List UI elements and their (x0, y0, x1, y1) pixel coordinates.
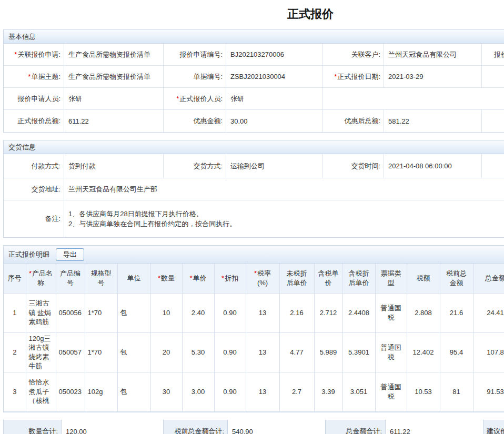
cell-quantity: 10 (150, 293, 182, 332)
form-row: 正式报价总额: 611.22 优惠金额: 30.00 优惠后总额: 581.22 (4, 110, 504, 132)
cell-tax-amount: 12.402 (407, 332, 440, 372)
export-button[interactable]: 导出 (56, 248, 84, 261)
section-detail-title: 正式报价明细 (8, 248, 49, 261)
field-value: 兰州天冠食品有限公司 (384, 44, 482, 65)
remark-line: 1、各供应商每月28日前提报下月执行价格。 (68, 209, 504, 219)
cell-unit-price: 3.00 (182, 372, 214, 411)
field-value: 30.00 (226, 110, 323, 132)
section-basic-info: 基本信息 *关联报价申请: 生产食品所需物资报价清单 报价申请编号: BJ202… (3, 29, 504, 133)
column-header-taxed-price: 含税单 价 (314, 264, 342, 293)
form-row: 交货地址: 兰州天冠食品有限公司生产部 (4, 178, 504, 200)
field-label: *正式报价日期: (323, 66, 384, 87)
field-label: 交货地址: (4, 178, 64, 200)
field-label: 关联客户: (323, 44, 384, 65)
field-label: 单据编号: (164, 66, 226, 87)
cell-taxed-discounted-price: 3.051 (342, 372, 375, 411)
field-label: *关联报价申请: (4, 44, 64, 65)
cell-unit: 包 (117, 372, 150, 411)
field-value: 生产食品所需物资报价清单 (64, 44, 164, 65)
field-label: 优惠金额: (164, 110, 226, 132)
field-label: 备注: (4, 200, 64, 237)
field-label (482, 110, 504, 132)
field-value: 张研 (226, 88, 323, 109)
cell-tax-rate: 13 (246, 293, 279, 332)
column-header-tax-amount: 税额 (407, 264, 440, 293)
cell-invoice-type: 普通国 税 (375, 372, 407, 411)
field-value (482, 154, 504, 178)
field-value: 运输到公司 (226, 154, 323, 178)
summary-value-grand-total: 611.22 (385, 420, 483, 434)
field-label: 优惠后总额: (323, 110, 384, 132)
cell-seq: 3 (4, 372, 26, 411)
field-value: 张研 (64, 88, 164, 109)
summary-label-pretax-total: 税前总金额合计: (164, 420, 227, 434)
section-delivery-info: 交货信息 付款方式: 货到付款 交货方式: 运输到公司 交货时间: 2021-0… (3, 140, 504, 238)
required-marker: * (221, 274, 224, 282)
page-content: 正式报价 基本信息 *关联报价申请: 生产食品所需物资报价清单 报价申请编号: … (0, 0, 504, 434)
column-header-unit: 单位 (117, 264, 150, 293)
cell-invoice-type: 普通国 税 (375, 293, 407, 332)
column-header-spec: 规格型 号 (85, 264, 117, 293)
field-label: 报价申请人员: (4, 88, 64, 109)
field-label: 正式报价总额: (4, 110, 64, 132)
detail-table-header-row: 序号 *产品名 称 产品编 号 规格型 号 单位 *数量 *单价 *折扣 *税率… (4, 264, 504, 293)
cell-discount: 0.90 (214, 332, 246, 372)
cell-invoice-type: 普通国 税 (375, 332, 407, 372)
field-label (482, 88, 504, 109)
field-value: 611.22 (64, 110, 164, 132)
cell-product-code: 050057 (56, 332, 85, 372)
field-value: 2021-04-08 06:00:00 (384, 154, 482, 178)
cell-tax-rate: 13 (246, 372, 279, 411)
cell-quantity: 20 (150, 332, 182, 372)
column-header-tax-rate: *税率 (%) (246, 264, 279, 293)
column-header-quantity: *数量 (150, 264, 182, 293)
cell-unit: 包 (117, 332, 150, 372)
section-detail-header: 正式报价明细 导出 (4, 246, 504, 264)
cell-pretax-discounted-price: 2.16 (279, 293, 314, 332)
required-marker: * (176, 95, 179, 103)
cell-taxed-price: 2.712 (314, 293, 342, 332)
cell-unit-price: 2.40 (182, 293, 214, 332)
cell-unit: 包 (117, 293, 150, 332)
field-value: 兰州天冠食品有限公司生产部 (64, 178, 504, 200)
cell-tax-amount: 10.53 (407, 372, 440, 411)
cell-total: 24.41 (473, 293, 504, 332)
cell-taxed-price: 5.989 (314, 332, 342, 372)
cell-spec: 1*70 (85, 332, 117, 372)
cell-spec: 1*70 (85, 293, 117, 332)
field-label: 交货时间: (323, 154, 384, 178)
field-label (482, 66, 504, 87)
form-row: *单据主题: 生产食品所需物资报价清单 单据编号: ZSBJ2021030004… (4, 66, 504, 88)
summary-value-quantity-total: 120.00 (61, 420, 164, 434)
cell-tax-rate: 13 (246, 332, 279, 372)
summary-label-grand-total: 总金额合计: (326, 420, 385, 434)
form-row: *关联报价申请: 生产食品所需物资报价清单 报价申请编号: BJ20210327… (4, 44, 504, 66)
cell-total: 107.8 (473, 332, 504, 372)
cell-pretax-total: 81 (440, 372, 473, 411)
required-marker: * (254, 269, 257, 277)
cell-taxed-discounted-price: 2.4408 (342, 293, 375, 332)
field-value: 2021-03-29 (384, 66, 482, 87)
field-value: 581.22 (384, 110, 482, 132)
section-quotation-detail: 正式报价明细 导出 序号 *产品名 称 产品编 号 规格型 号 单位 *数量 *… (3, 245, 504, 412)
quotation-page: 正式报价 基本信息 *关联报价申请: 生产食品所需物资报价清单 报价申请编号: … (0, 0, 504, 434)
field-value: 货到付款 (64, 154, 164, 178)
required-marker: * (29, 269, 32, 277)
cell-product-name: 120g三湘古镇烧烤素牛筋 (26, 332, 56, 372)
required-marker: * (334, 73, 337, 80)
column-header-product-code: 产品编 号 (56, 264, 85, 293)
field-label: 付款方式: (4, 154, 64, 178)
detail-table: 序号 *产品名 称 产品编 号 规格型 号 单位 *数量 *单价 *折扣 *税率… (4, 264, 504, 412)
column-header-seq: 序号 (4, 264, 26, 293)
remark-line: 2、与供应商单独在合同上有报价约定的，按合同执行。 (68, 219, 504, 229)
page-title: 正式报价 (0, 0, 504, 29)
form-row: 报价申请人员: 张研 *正式报价人员: 张研 (4, 88, 504, 110)
cell-seq: 1 (4, 293, 26, 332)
cell-unit-price: 5.30 (182, 332, 214, 372)
section-basic-header: 基本信息 (4, 30, 504, 44)
cell-taxed-discounted-price: 5.3901 (342, 332, 375, 372)
required-marker: * (189, 274, 192, 282)
required-marker: * (158, 274, 160, 282)
cell-discount: 0.90 (214, 372, 246, 411)
cell-tax-amount: 2.808 (407, 293, 440, 332)
